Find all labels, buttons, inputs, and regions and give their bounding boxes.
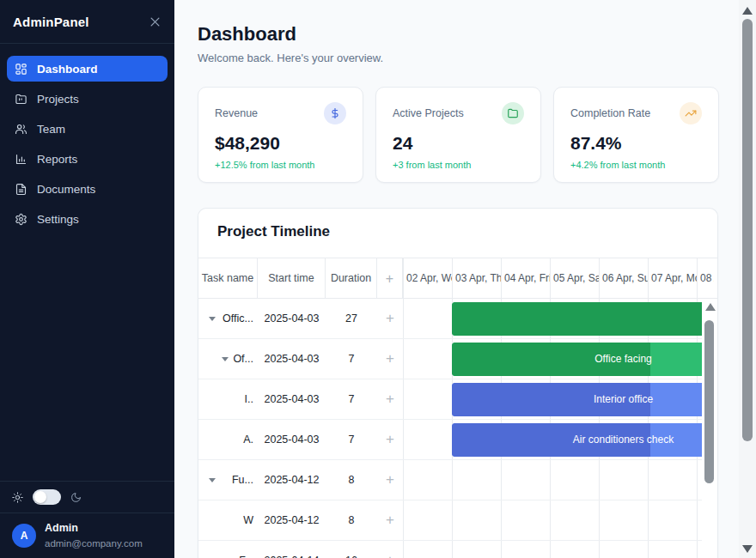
task-row[interactable]: A.2025-04-037+: [198, 420, 403, 460]
start-time-cell: 2025-04-12: [258, 500, 326, 541]
sidebar-item-team[interactable]: Team: [7, 116, 168, 142]
row-add-button[interactable]: +: [377, 541, 403, 558]
stat-change: +12.5% from last month: [215, 160, 346, 170]
close-icon[interactable]: [149, 15, 162, 28]
duration-cell: 8: [326, 500, 377, 541]
duration-cell: 7: [326, 420, 377, 460]
sidebar: AdminPanel DashboardProjectsTeamReportsD…: [0, 0, 174, 558]
sidebar-item-label: Dashboard: [37, 63, 98, 76]
page-scrollbar[interactable]: [739, 0, 756, 558]
theme-toggle-knob: [34, 491, 46, 503]
calendar-date-cell: 04 Apr, Fri: [501, 258, 550, 299]
row-add-button[interactable]: +: [377, 339, 403, 379]
stat-card-completion-rate: Completion Rate87.4%+4.2% from last mont…: [553, 87, 719, 183]
task-list: Offic...2025-04-0327+Of...2025-04-037+I.…: [198, 299, 403, 558]
gantt-bar[interactable]: [452, 423, 702, 457]
user-profile[interactable]: A Admin admin@company.com: [0, 513, 174, 558]
gear-icon: [15, 213, 27, 226]
sun-icon: [12, 492, 23, 503]
sidebar-nav: DashboardProjectsTeamReportsDocumentsSet…: [0, 44, 174, 236]
stat-value: 24: [393, 133, 524, 154]
duration-cell: 7: [326, 379, 377, 420]
file-text-icon: [15, 183, 27, 196]
timeline-title: Project Timeline: [217, 223, 330, 240]
duration-cell: 16: [326, 541, 377, 558]
sidebar-item-label: Team: [37, 123, 65, 136]
sidebar-item-label: Reports: [37, 153, 77, 166]
avatar: A: [12, 524, 36, 548]
bar-chart-icon: [15, 153, 27, 166]
task-name-cell: I..: [198, 379, 253, 420]
calendar-date-cell: 06 Apr, Sun: [599, 258, 648, 299]
scroll-up-arrow-icon[interactable]: [742, 7, 753, 15]
row-add-button[interactable]: +: [377, 420, 403, 460]
task-row[interactable]: I..2025-04-037+: [198, 379, 403, 420]
row-add-button[interactable]: +: [377, 299, 403, 339]
stat-label: Active Projects: [393, 107, 464, 119]
calendar-date-cell: 05 Apr, Sat: [550, 258, 599, 299]
task-row[interactable]: Offic...2025-04-0327+: [198, 299, 403, 339]
gantt-bar-progress: [452, 302, 702, 336]
stat-card-revenue: Revenue$48,290+12.5% from last month: [198, 87, 363, 183]
column-header-start-time: Start time: [258, 258, 326, 299]
page-scrollbar-thumb[interactable]: [742, 19, 753, 441]
folder-kanban-icon: [15, 93, 27, 106]
gantt-chart-area: Office facingInterior officeAir conditio…: [403, 299, 702, 558]
gantt-bar[interactable]: [452, 302, 702, 336]
theme-switcher: [0, 481, 174, 513]
timeline-table-header: 02 Apr, Wed03 Apr, Thu04 Apr, Fri05 Apr,…: [198, 258, 717, 299]
task-name-cell: W: [198, 500, 253, 541]
gantt-scrollbar-thumb[interactable]: [704, 320, 714, 483]
sidebar-item-projects[interactable]: Projects: [7, 86, 168, 112]
stat-cards-row: Revenue$48,290+12.5% from last monthActi…: [198, 87, 739, 183]
stat-value: 87.4%: [570, 133, 702, 154]
add-task-column-header[interactable]: +: [377, 258, 403, 299]
calendar-header: 02 Apr, Wed03 Apr, Thu04 Apr, Fri05 Apr,…: [403, 258, 714, 299]
sidebar-item-documents[interactable]: Documents: [7, 176, 168, 202]
gantt-bar[interactable]: [452, 383, 702, 416]
row-add-button[interactable]: +: [377, 379, 403, 420]
stat-card-header: Completion Rate: [570, 102, 702, 124]
gantt-scroll-up-arrow-icon[interactable]: [705, 303, 716, 311]
scroll-down-arrow-icon[interactable]: [742, 545, 753, 553]
row-add-button[interactable]: +: [377, 460, 403, 500]
task-name-cell: F...: [198, 541, 253, 558]
duration-cell: 8: [326, 460, 377, 500]
start-time-cell: 2025-04-03: [258, 339, 326, 379]
dashboard-icon: [15, 63, 27, 76]
task-name-cell: A.: [198, 420, 253, 460]
stat-change: +4.2% from last month: [570, 160, 702, 170]
row-add-button[interactable]: +: [377, 500, 403, 541]
calendar-date-cell: 03 Apr, Thu: [452, 258, 501, 299]
task-row[interactable]: F...2025-04-1416+: [198, 541, 403, 558]
calendar-date-cell: 02 Apr, Wed: [403, 258, 452, 299]
task-row[interactable]: Of...2025-04-037+: [198, 339, 403, 379]
stat-card-header: Revenue: [215, 102, 346, 124]
dollar-icon: [324, 102, 346, 124]
duration-cell: 27: [326, 299, 377, 339]
gantt-bar-progress: [452, 383, 650, 416]
gantt-bar-progress: [452, 343, 650, 376]
main-content: Dashboard Welcome back. Here's your over…: [174, 0, 739, 558]
user-email: admin@company.com: [45, 537, 143, 549]
project-timeline-card: Project Timeline 02 Apr, Wed03 Apr, Thu0…: [198, 208, 718, 558]
theme-toggle[interactable]: [33, 489, 61, 505]
gantt-bar[interactable]: [452, 343, 702, 376]
stat-value: $48,290: [215, 133, 346, 154]
duration-cell: 7: [326, 339, 377, 379]
stat-card-header: Active Projects: [393, 102, 524, 124]
task-row[interactable]: W2025-04-128+: [198, 500, 403, 541]
column-header-duration: Duration: [326, 258, 377, 299]
trending-up-icon: [680, 102, 702, 124]
sidebar-item-label: Projects: [37, 93, 79, 106]
task-row[interactable]: Fu...2025-04-128+: [198, 460, 403, 500]
sidebar-item-reports[interactable]: Reports: [7, 146, 168, 172]
gantt-bar-progress: [452, 423, 650, 457]
sidebar-item-dashboard[interactable]: Dashboard: [7, 56, 168, 82]
sidebar-item-settings[interactable]: Settings: [7, 206, 168, 232]
start-time-cell: 2025-04-14: [258, 541, 326, 558]
app-title: AdminPanel: [13, 15, 89, 29]
calendar-date-cell: 07 Apr, Mon: [648, 258, 697, 299]
stat-label: Completion Rate: [570, 107, 650, 119]
folder-icon: [502, 102, 524, 124]
